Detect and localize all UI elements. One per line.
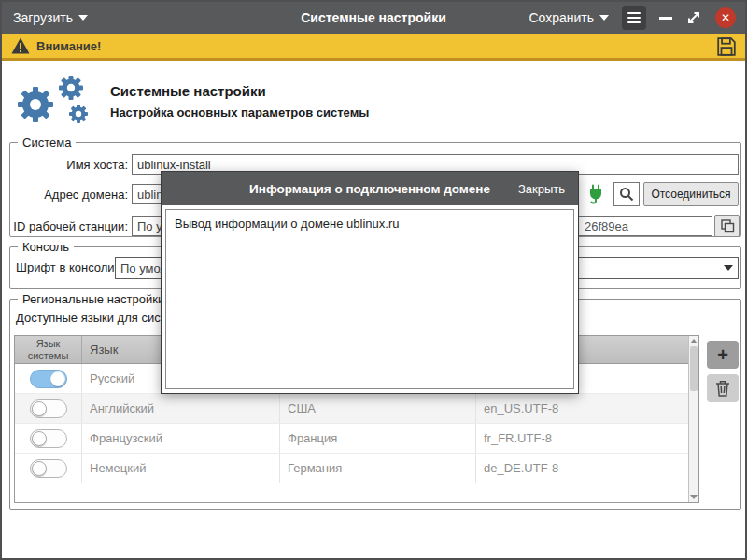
plug-icon bbox=[585, 183, 607, 205]
caret-down-icon bbox=[599, 15, 609, 21]
header-system-language: Язык системы bbox=[15, 336, 82, 363]
dialog-body: Вывод информации о домене ublinux.ru bbox=[162, 205, 578, 393]
language-cell: Французский bbox=[82, 424, 280, 453]
table-row[interactable]: Немецкий Германия de_DE.UTF-8 bbox=[15, 454, 698, 483]
hamburger-icon bbox=[627, 12, 641, 14]
regional-group-label: Региональные настройки bbox=[18, 292, 169, 306]
scrollbar-thumb[interactable] bbox=[690, 346, 698, 391]
page-title: Системные настройки bbox=[110, 83, 369, 99]
dialog-close-button[interactable]: Закрыть bbox=[518, 182, 565, 196]
copy-id-button[interactable] bbox=[714, 215, 740, 237]
save-menu-button[interactable]: Сохранить bbox=[529, 10, 609, 25]
available-languages-caption: Доступные языки для сист bbox=[16, 311, 166, 325]
trash-icon bbox=[715, 380, 730, 397]
language-toggle[interactable] bbox=[30, 429, 67, 448]
minimize-button[interactable] bbox=[659, 17, 672, 20]
dialog-title: Информация о подключенном домене bbox=[162, 182, 578, 196]
load-menu-button[interactable]: Загрузить bbox=[13, 10, 88, 25]
search-icon bbox=[619, 187, 634, 202]
expand-button[interactable] bbox=[685, 9, 702, 26]
locale-cell: en_US.UTF-8 bbox=[476, 394, 698, 423]
page-header: Системные настройки Настройка основных п… bbox=[11, 73, 369, 129]
add-language-button[interactable]: + bbox=[707, 341, 739, 369]
scroll-down-icon[interactable] bbox=[690, 495, 698, 499]
copy-icon bbox=[720, 218, 735, 233]
caret-down-icon bbox=[78, 15, 88, 21]
titlebar-actions: Сохранить ✕ bbox=[529, 2, 736, 34]
save-menu-label: Сохранить bbox=[529, 10, 594, 25]
delete-language-button[interactable] bbox=[707, 374, 739, 402]
page-subtitle: Настройка основных параметров системы bbox=[110, 105, 369, 119]
system-group-label: Система bbox=[18, 135, 76, 149]
connect-domain-button[interactable] bbox=[582, 182, 610, 206]
language-toggle[interactable] bbox=[30, 399, 67, 418]
hamburger-menu-button[interactable] bbox=[622, 6, 646, 30]
language-toggle[interactable] bbox=[30, 459, 67, 478]
table-scrollbar[interactable] bbox=[688, 336, 698, 502]
titlebar: Загрузить Системные настройки Сохранить bbox=[2, 2, 745, 34]
country-cell: Германия bbox=[280, 454, 476, 483]
dropdown-caret-icon bbox=[724, 265, 733, 271]
country-cell: Франция bbox=[280, 424, 476, 453]
hostname-label: Имя хоста: bbox=[10, 158, 128, 172]
country-cell: США bbox=[280, 394, 476, 423]
table-row[interactable]: Английский США en_US.UTF-8 bbox=[15, 394, 698, 424]
language-cell: Английский bbox=[82, 394, 280, 423]
locale-cell: fr_FR.UTF-8 bbox=[476, 424, 698, 453]
warning-label: Внимание! bbox=[36, 39, 101, 53]
dialog-titlebar[interactable]: Информация о подключенном домене Закрыть bbox=[162, 172, 578, 205]
app-window: Загрузить Системные настройки Сохранить bbox=[0, 0, 747, 560]
warning-icon bbox=[11, 37, 30, 54]
table-row[interactable]: Французский Франция fr_FR.UTF-8 bbox=[15, 424, 698, 454]
language-toggle[interactable] bbox=[30, 370, 67, 388]
save-file-icon[interactable] bbox=[716, 36, 737, 61]
scroll-up-icon[interactable] bbox=[690, 339, 698, 343]
gears-icon bbox=[11, 73, 95, 129]
domain-info-dialog: Информация о подключенном домене Закрыть… bbox=[161, 171, 579, 394]
search-domain-button[interactable] bbox=[613, 182, 640, 206]
warning-bar: Внимание! bbox=[2, 34, 745, 61]
page-header-text: Системные настройки Настройка основных п… bbox=[110, 83, 369, 119]
console-group-label: Консоль bbox=[18, 240, 74, 254]
domain-label: Адрес домена: bbox=[10, 188, 128, 202]
console-font-label: Шрифт в консоли: bbox=[16, 260, 118, 274]
workstation-id-label: ID рабочей станции: bbox=[10, 219, 128, 233]
close-button[interactable]: ✕ bbox=[715, 7, 736, 28]
load-menu-label: Загрузить bbox=[13, 10, 73, 25]
disconnect-button[interactable]: Отсоединиться bbox=[643, 182, 739, 206]
dialog-output-panel: Вывод информации о домене ublinux.ru bbox=[165, 209, 574, 389]
locale-cell: de_DE.UTF-8 bbox=[476, 454, 698, 483]
language-cell: Немецкий bbox=[82, 454, 280, 483]
